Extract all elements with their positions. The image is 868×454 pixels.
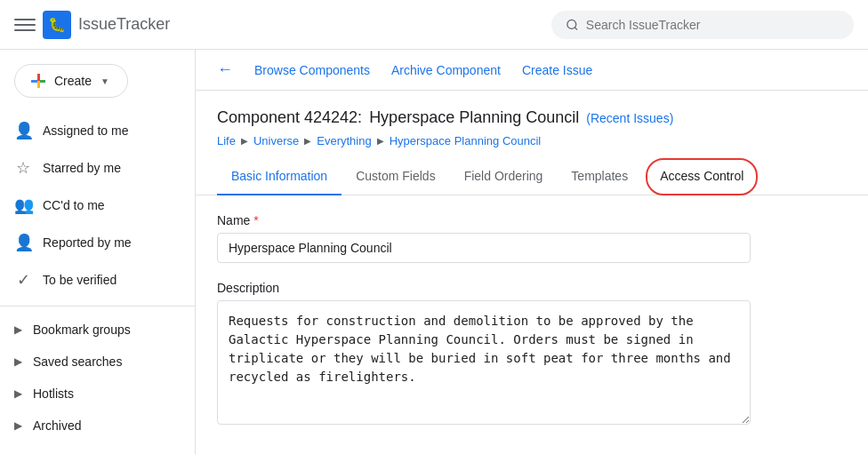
sidebar-item-to-be-verified[interactable]: ✓ To be verified [0,261,188,299]
header-left: 🐛 IssueTracker [14,11,541,39]
name-input[interactable] [217,233,751,263]
name-label: Name * [217,213,847,227]
breadcrumb-life[interactable]: Life [217,134,236,147]
sidebar: Create ▼ 👤 Assigned to me ☆ Starred by m… [0,50,196,454]
sidebar-item-label: Assigned to me [43,123,129,138]
create-btn-row: Create ▼ [0,57,195,112]
sidebar-item-saved-searches[interactable]: ▶ Saved searches [0,346,195,378]
chevron-right-icon: ▶ [14,355,22,368]
tab-templates[interactable]: Templates [557,158,642,195]
breadcrumb-arrow: ▶ [304,136,311,146]
tabs-bar: Basic Information Custom Fields Field Or… [196,158,868,195]
component-title-prefix: Component 424242: [217,108,362,127]
search-input[interactable] [586,18,840,32]
back-arrow-icon[interactable]: ← [217,60,233,79]
description-field: Description [217,281,847,427]
breadcrumb-universe[interactable]: Universe [253,134,299,147]
description-label: Description [217,281,847,295]
sidebar-item-label: CC'd to me [43,198,105,212]
component-title-name: Hyperspace Planning Council [369,108,579,127]
star-icon: ☆ [14,158,32,178]
chevron-right-icon: ▶ [14,419,22,432]
tab-access-control[interactable]: Access Control [646,158,758,195]
sidebar-item-label: Hotlists [33,386,74,401]
sidebar-item-label: Archived [33,418,81,433]
search-bar [551,11,854,39]
group-icon: 👥 [14,195,32,215]
form-area: Name * Description [196,195,868,454]
sidebar-item-label: Bookmark groups [33,323,131,337]
create-chevron-icon: ▼ [100,76,109,86]
recent-issues-link[interactable]: (Recent Issues) [586,111,673,125]
create-issue-link[interactable]: Create Issue [522,63,592,77]
create-plus-icon [29,72,47,90]
svg-line-1 [575,27,577,29]
chevron-right-icon: ▶ [14,387,22,400]
breadcrumb-everything[interactable]: Everything [317,134,371,147]
create-button[interactable]: Create ▼ [14,64,128,98]
required-star: * [253,213,258,227]
menu-icon[interactable] [14,14,36,36]
top-nav: ← Browse Components Archive Component Cr… [196,50,868,91]
content-area: ← Browse Components Archive Component Cr… [196,50,868,454]
tab-basic-information[interactable]: Basic Information [217,158,342,195]
header: 🐛 IssueTracker [0,0,868,50]
description-input[interactable] [217,300,751,425]
component-title: Component 424242: Hyperspace Planning Co… [217,108,847,127]
sidebar-item-label: Saved searches [33,354,122,369]
tab-field-ordering[interactable]: Field Ordering [450,158,558,195]
check-icon: ✓ [14,270,32,290]
main-layout: Create ▼ 👤 Assigned to me ☆ Starred by m… [0,50,868,454]
sidebar-item-bookmark-groups[interactable]: ▶ Bookmark groups [0,314,195,346]
browse-components-link[interactable]: Browse Components [254,63,370,77]
name-field: Name * [217,213,847,263]
svg-point-0 [567,20,576,28]
sidebar-item-assigned-to-me[interactable]: 👤 Assigned to me [0,112,188,149]
breadcrumb-arrow: ▶ [377,136,384,146]
chevron-right-icon: ▶ [14,323,22,336]
report-icon: 👤 [14,233,32,252]
app-logo: 🐛 [43,11,71,39]
component-header: Component 424242: Hyperspace Planning Co… [196,91,868,147]
search-icon [566,18,579,32]
archive-component-link[interactable]: Archive Component [391,63,501,77]
sidebar-item-label: Reported by me [43,235,132,250]
sidebar-item-label: To be verified [43,273,117,287]
app-title: IssueTracker [78,15,170,34]
person-icon: 👤 [14,121,32,140]
create-label: Create [54,74,92,88]
sidebar-item-ccd-to-me[interactable]: 👥 CC'd to me [0,187,188,224]
sidebar-item-starred-by-me[interactable]: ☆ Starred by me [0,149,188,187]
sidebar-item-archived[interactable]: ▶ Archived [0,410,195,442]
breadcrumb-arrow: ▶ [241,136,248,146]
breadcrumb-current: Hyperspace Planning Council [390,134,542,147]
sidebar-item-hotlists[interactable]: ▶ Hotlists [0,378,195,410]
breadcrumb: Life ▶ Universe ▶ Everything ▶ Hyperspac… [217,134,847,147]
sidebar-item-label: Starred by me [43,161,121,175]
sidebar-divider [0,306,195,307]
sidebar-item-reported-by-me[interactable]: 👤 Reported by me [0,224,188,261]
tab-custom-fields[interactable]: Custom Fields [342,158,449,195]
